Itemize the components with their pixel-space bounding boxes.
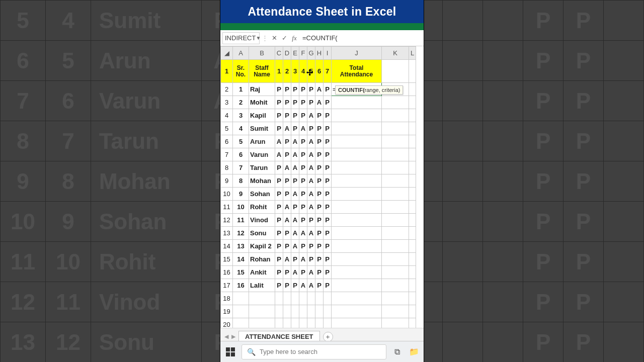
cell-empty-18-10[interactable] xyxy=(382,292,409,305)
cell-J16[interactable] xyxy=(332,266,382,279)
cell-H14[interactable]: P xyxy=(315,240,324,253)
cell-L3[interactable] xyxy=(409,96,416,109)
cell-J12[interactable] xyxy=(332,214,382,227)
col-header-L[interactable]: L xyxy=(409,47,416,60)
cell-L2[interactable] xyxy=(409,83,416,96)
cell-empty-18-8[interactable] xyxy=(324,292,332,305)
row-header-16[interactable]: 16 xyxy=(221,266,233,279)
cell-F2[interactable]: P xyxy=(299,83,307,96)
row-header-13[interactable]: 13 xyxy=(221,227,233,240)
add-sheet-button[interactable]: ＋ xyxy=(323,332,333,342)
cell-E11[interactable]: P xyxy=(291,201,299,214)
cell-D16[interactable]: P xyxy=(283,266,291,279)
cell-H5[interactable]: P xyxy=(315,122,324,135)
cell-L9[interactable] xyxy=(409,174,416,188)
cell-G15[interactable]: P xyxy=(307,253,315,266)
accept-formula-icon[interactable]: ✓ xyxy=(280,34,288,42)
cell-G9[interactable]: A xyxy=(307,174,315,188)
row-header-3[interactable]: 3 xyxy=(221,96,233,109)
cell-B15[interactable]: Rohan xyxy=(249,253,275,266)
cell-A8[interactable]: 7 xyxy=(233,161,249,174)
cell-J15[interactable] xyxy=(332,253,382,266)
cell-I2[interactable]: P xyxy=(324,83,332,96)
formula-input[interactable]: =COUNTIF( xyxy=(300,34,422,42)
cell-J14[interactable] xyxy=(332,240,382,253)
cell-C3[interactable]: P xyxy=(275,96,283,109)
cell-empty-20-10[interactable] xyxy=(382,318,409,328)
cell-B3[interactable]: Mohit xyxy=(249,96,275,109)
cell-empty-19-5[interactable] xyxy=(299,305,307,318)
cell-C14[interactable]: P xyxy=(275,240,283,253)
cell-H4[interactable]: P xyxy=(315,109,324,122)
cell-B13[interactable]: Sonu xyxy=(249,227,275,240)
cell-L4[interactable] xyxy=(409,109,416,122)
cell-D5[interactable]: A xyxy=(283,122,291,135)
cell-J7[interactable] xyxy=(332,148,382,161)
cell-E12[interactable]: A xyxy=(291,214,299,227)
cell-A7[interactable]: 6 xyxy=(233,148,249,161)
cell-F11[interactable]: P xyxy=(299,201,307,214)
cell-D13[interactable]: P xyxy=(283,227,291,240)
col-header-A[interactable]: A xyxy=(233,47,249,60)
cell-C13[interactable]: P xyxy=(275,227,283,240)
cell-B11[interactable]: Rohit xyxy=(249,201,275,214)
cell-empty-18-5[interactable] xyxy=(299,292,307,305)
cell-E17[interactable]: P xyxy=(291,279,299,292)
cell-empty-20-6[interactable] xyxy=(307,318,315,328)
task-view-icon[interactable]: ⧉ xyxy=(390,347,404,356)
col-header-D[interactable]: D xyxy=(283,47,291,60)
cell-empty-19-1[interactable] xyxy=(249,305,275,318)
cell-empty-19-2[interactable] xyxy=(275,305,283,318)
row-header-1[interactable]: 1 xyxy=(221,60,233,83)
cell-empty-20-5[interactable] xyxy=(299,318,307,328)
cell-D9[interactable]: P xyxy=(283,174,291,188)
cancel-formula-icon[interactable]: ✕ xyxy=(270,34,278,42)
cell-E4[interactable]: P xyxy=(291,109,299,122)
cell-J5[interactable] xyxy=(332,122,382,135)
cell-empty-20-8[interactable] xyxy=(324,318,332,328)
cell-D8[interactable]: A xyxy=(283,161,291,174)
cell-I14[interactable]: P xyxy=(324,240,332,253)
cell-A13[interactable]: 12 xyxy=(233,227,249,240)
cell-F3[interactable]: P xyxy=(299,96,307,109)
file-explorer-icon[interactable]: 📁 xyxy=(408,347,421,356)
cell-J4[interactable] xyxy=(332,109,382,122)
cell-F13[interactable]: A xyxy=(299,227,307,240)
cell-G4[interactable]: A xyxy=(307,109,315,122)
cell-J10[interactable] xyxy=(332,188,382,201)
cell-J13[interactable] xyxy=(332,227,382,240)
cell-H10[interactable]: P xyxy=(315,188,324,201)
cell-B7[interactable]: Varun xyxy=(249,148,275,161)
cell-empty-20-7[interactable] xyxy=(315,318,324,328)
taskbar-search[interactable]: 🔍 Type here to search xyxy=(242,344,386,359)
cell-G5[interactable]: P xyxy=(307,122,315,135)
cell-C6[interactable]: A xyxy=(275,135,283,148)
cell-G6[interactable]: A xyxy=(307,135,315,148)
cell-C7[interactable]: A xyxy=(275,148,283,161)
cell-L8[interactable] xyxy=(409,161,416,174)
cell-empty-18-2[interactable] xyxy=(275,292,283,305)
cell-A4[interactable]: 3 xyxy=(233,109,249,122)
cell-H3[interactable]: A xyxy=(315,96,324,109)
cell-empty-20-3[interactable] xyxy=(283,318,291,328)
cell-H16[interactable]: P xyxy=(315,266,324,279)
cell-I4[interactable]: P xyxy=(324,109,332,122)
cell-G13[interactable]: A xyxy=(307,227,315,240)
cell-J11[interactable] xyxy=(332,201,382,214)
cell-K3[interactable] xyxy=(382,96,409,109)
cell-K17[interactable] xyxy=(382,279,409,292)
cell-K7[interactable] xyxy=(382,148,409,161)
row-header-10[interactable]: 10 xyxy=(221,188,233,201)
row-header-15[interactable]: 15 xyxy=(221,253,233,266)
cell-C2[interactable]: P xyxy=(275,83,283,96)
cell-B10[interactable]: Sohan xyxy=(249,188,275,201)
cell-H2[interactable]: A xyxy=(315,83,324,96)
cell-E2[interactable]: P xyxy=(291,83,299,96)
cell-J17[interactable] xyxy=(332,279,382,292)
cell-A5[interactable]: 4 xyxy=(233,122,249,135)
cell-E10[interactable]: A xyxy=(291,188,299,201)
cell-G10[interactable]: A xyxy=(307,188,315,201)
cell-H6[interactable]: P xyxy=(315,135,324,148)
cell-empty-19-11[interactable] xyxy=(409,305,416,318)
cell-empty-19-7[interactable] xyxy=(315,305,324,318)
